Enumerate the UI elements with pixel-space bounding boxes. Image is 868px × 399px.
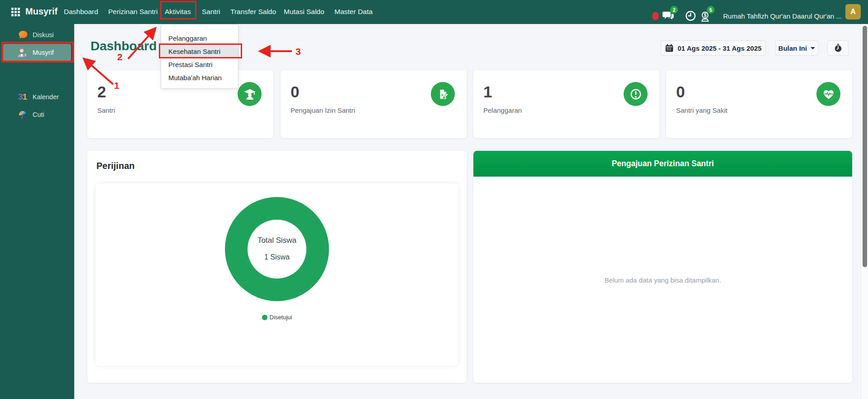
perijinan-title: Perijinan [96, 161, 134, 171]
calendar-icon [665, 43, 674, 53]
donut-chart-container: Total Siswa 1 Siswa Disetujui [95, 183, 458, 366]
top-navbar: Musyrif Dashboard Perizinan Santri Aktiv… [0, 0, 868, 24]
musyrif-person-icon [16, 47, 29, 58]
stat-card-pengajuan-izin: 0 Pengajuan Izin Santri [281, 70, 467, 138]
sidebar-item-label: Diskusi [33, 31, 54, 38]
menu-item-pelanggaran[interactable]: Pelanggaran [161, 32, 238, 45]
organization-name[interactable]: Rumah Tahfizh Qur'an Daarul Qur'an ... [718, 12, 842, 20]
messages-badge: 2 [670, 6, 678, 14]
stat-value: 0 [676, 83, 685, 101]
stat-label: Santri [97, 106, 115, 114]
file-pen-icon [431, 82, 455, 106]
stat-card-pelanggaran: 1 Pelanggaran [473, 70, 659, 138]
history-clock-icon[interactable] [685, 10, 696, 22]
stopwatch-icon [833, 43, 843, 53]
sidebar-item-label: Musyrif [33, 49, 54, 56]
brand-title[interactable]: Musyrif [25, 6, 57, 17]
menu-item-kesehatan-santri[interactable]: Kesehatan Santri [161, 45, 238, 58]
period-label: Bulan Ini [778, 44, 807, 52]
nav-item-santri[interactable]: Santri [202, 8, 220, 16]
calendar-31-icon: 31 [16, 91, 29, 103]
sidebar: Diskusi Musyrif 31 Kalender [0, 24, 74, 399]
sidebar-item-label: Kalender [33, 93, 59, 101]
donut-center-value: 1 Siswa [225, 253, 329, 261]
nav-item-master-data[interactable]: Master Data [334, 8, 372, 16]
wallet-badge: 5 [707, 6, 715, 14]
legend-label: Disetujui [270, 314, 292, 321]
sidebar-item-kalender[interactable]: 31 Kalender [0, 88, 74, 106]
exclamation-icon [624, 82, 648, 106]
avatar[interactable]: A [845, 4, 861, 19]
donut-center-title: Total Siswa [225, 236, 329, 245]
stat-value: 1 [483, 83, 492, 101]
stat-card-santri-sakit: 0 Santri yang Sakit [666, 70, 852, 138]
date-range-button[interactable]: 01 Ags 2025 - 31 Ags 2025 [661, 40, 766, 56]
perijinan-card: Perijinan Total Siswa 1 Siswa Disetujui [87, 151, 467, 383]
stat-value: 0 [291, 83, 299, 101]
stat-label: Pengajuan Izin Santri [291, 106, 355, 114]
empty-state-text: Belum ada data yang bisa ditampilkan. [473, 276, 852, 284]
sidebar-item-cuti[interactable]: Cuti [0, 106, 74, 123]
donut-hole [248, 220, 306, 279]
diskusi-chat-icon [16, 29, 29, 41]
graduate-icon [238, 82, 262, 106]
aktivitas-dropdown-menu: Pelanggaran Kesehatan Santri Prestasi Sa… [161, 24, 238, 89]
nav-item-aktivitas[interactable]: Aktivitas [165, 8, 191, 16]
nav-item-transfer-saldo[interactable]: Transfer Saldo [230, 8, 276, 16]
menu-item-mutabaah-harian[interactable]: Mutaba'ah Harian [161, 71, 238, 84]
legend-dot-icon [262, 315, 267, 320]
nav-item-dashboard[interactable]: Dashboard [64, 8, 98, 16]
submissions-panel: Pengajuan Perizinan Santri Belum ada dat… [473, 151, 852, 383]
scrollbar-track[interactable] [861, 24, 868, 399]
menu-item-prestasi-santri[interactable]: Prestasi Santri [161, 58, 238, 71]
svg-text:$: $ [704, 13, 706, 18]
stat-label: Santri yang Sakit [676, 106, 727, 114]
nav-item-perizinan-santri[interactable]: Perizinan Santri [108, 8, 157, 16]
app-window: Musyrif Dashboard Perizinan Santri Aktiv… [0, 0, 868, 399]
stat-label: Pelanggaran [483, 106, 522, 114]
donut-chart: Total Siswa 1 Siswa [225, 197, 329, 301]
heart-pulse-icon [816, 82, 840, 106]
annotation-step-3: 3 [296, 46, 301, 57]
umbrella-icon [16, 109, 29, 120]
sidebar-item-label: Cuti [33, 111, 44, 118]
period-select-button[interactable]: Bulan Ini [775, 40, 818, 56]
apps-grid-icon[interactable] [11, 8, 20, 16]
stat-value: 2 [97, 83, 106, 101]
submissions-panel-header: Pengajuan Perizinan Santri [473, 151, 852, 177]
nav-item-mutasi-saldo[interactable]: Mutasi Saldo [284, 8, 324, 16]
date-range-label: 01 Ags 2025 - 31 Ags 2025 [677, 44, 762, 52]
chevron-down-icon [811, 47, 815, 49]
scrollbar-thumb[interactable] [863, 26, 867, 267]
status-dot-icon[interactable] [652, 12, 659, 20]
sidebar-item-musyrif[interactable]: Musyrif [3, 44, 71, 61]
sidebar-item-diskusi[interactable]: Diskusi [0, 26, 74, 43]
stopwatch-button[interactable] [827, 40, 849, 56]
legend-item-disetujui[interactable]: Disetujui [95, 314, 458, 321]
